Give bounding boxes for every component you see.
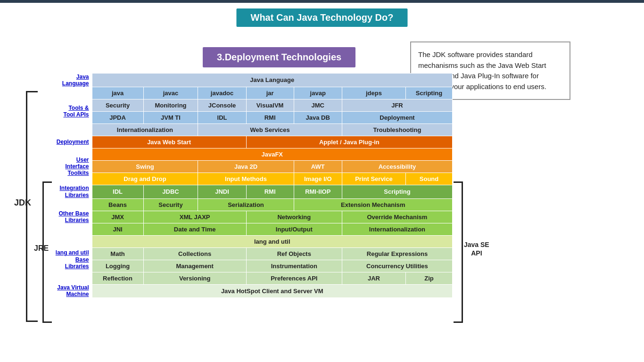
deployment-label: 3.Deployment Technologies [203, 47, 355, 67]
cell-date-time: Date and Time [143, 223, 246, 235]
cell-jmx: JMX [92, 211, 143, 223]
label-integration: IntegrationLibraries [54, 185, 92, 198]
cell-jni: JNI [92, 223, 143, 235]
cell-swing: Swing [92, 160, 198, 173]
main-title: What Can Java Technology Do? [237, 8, 408, 27]
cell-visualvm: VisualVM [246, 99, 294, 111]
cell-jvmti: JVM TI [143, 111, 198, 123]
cell-jvm: Java HotSpot Client and Server VM [92, 284, 453, 298]
top-bar [0, 0, 644, 3]
table-row: Java Language Java Language [54, 74, 453, 87]
label-jvm: Java Virtual Machine [54, 284, 92, 298]
cell-jdbc: JDBC [143, 185, 198, 198]
cell-java: java [92, 87, 143, 99]
cell-override-mechanism: Override Mechanism [342, 211, 452, 223]
cell-javadoc: javadoc [198, 87, 246, 99]
cell-versioning: Versioning [143, 272, 246, 284]
cell-ref-objects: Ref Objects [246, 247, 342, 260]
table-row: Tools &Tool APIs java javac javadoc jar … [54, 87, 453, 99]
table-row: lang and utilBase Libraries lang and uti… [54, 235, 453, 247]
cell-input-output: Input/Output [246, 223, 342, 235]
cell-javac: javac [143, 87, 198, 99]
table-row: Logging Management Instrumentation Concu… [54, 260, 453, 272]
javase-bracket [454, 181, 463, 323]
cell-troubleshooting: Troubleshooting [342, 123, 452, 136]
table-row: Other BaseLibraries Beans Security Seria… [54, 198, 453, 211]
cell-jndi: JNDI [198, 185, 246, 198]
cell-serialization: Serialization [198, 198, 294, 211]
cell-jfr: JFR [342, 99, 452, 111]
table-row: Java Virtual Machine Java HotSpot Client… [54, 284, 453, 298]
cell-rmi-int: RMI [246, 185, 294, 198]
jdk-label: JDK [14, 198, 31, 208]
cell-webservices: Web Services [198, 123, 342, 136]
cell-beans: Beans [92, 198, 143, 211]
table-row: JMX XML JAXP Networking Override Mechani… [54, 211, 453, 223]
label-lang-util: lang and utilBase Libraries [54, 235, 92, 284]
cell-java-web-start: Java Web Start [92, 136, 246, 148]
cell-zip: Zip [406, 272, 453, 284]
cell-java2d: Java 2D [198, 160, 294, 173]
table-row: Reflection Versioning Preferences API JA… [54, 272, 453, 284]
cell-jar: JAR [342, 272, 405, 284]
cell-management: Management [143, 260, 246, 272]
cell-idl-int: IDL [92, 185, 143, 198]
cell-scripting-int: Scripting [342, 185, 452, 198]
cell-javap: javap [294, 87, 342, 99]
cell-jpda: JPDA [92, 111, 143, 123]
cell-internationalization-tools: Internationalization [92, 123, 198, 136]
cell-monitoring: Monitoring [143, 99, 198, 111]
table-row: Swing Java 2D AWT Accessibility [54, 160, 453, 173]
cell-xmljaxp: XML JAXP [143, 211, 246, 223]
label-other-base: Other BaseLibraries [54, 198, 92, 235]
table-row: JNI Date and Time Input/Output Internati… [54, 223, 453, 235]
cell-logging: Logging [92, 260, 143, 272]
jre-label: JRE [34, 244, 49, 253]
cell-print-service: Print Service [342, 173, 405, 185]
cell-extension-mechanism: Extension Mechanism [294, 198, 452, 211]
cell-preferences-api: Preferences API [246, 272, 342, 284]
cell-lang-util-header: lang and util [92, 235, 453, 247]
table-row: Math Collections Ref Objects Regular Exp… [54, 247, 453, 260]
cell-applet: Applet / Java Plug-in [246, 136, 452, 148]
cell-math: Math [92, 247, 143, 260]
cell-jmc: JMC [294, 99, 342, 111]
cell-scripting-tools: Scripting [406, 87, 453, 99]
table-row: Internationalization Web Services Troubl… [54, 123, 453, 136]
table-row: IntegrationLibraries IDL JDBC JNDI RMI R… [54, 185, 453, 198]
cell-networking: Networking [246, 211, 342, 223]
table-row: Deployment Java Web Start Applet / Java … [54, 136, 453, 148]
cell-idl-tools: IDL [198, 111, 246, 123]
java-architecture-table: Java Language Java Language Tools &Tool … [54, 73, 453, 298]
cell-accessibility: Accessibility [342, 160, 452, 173]
cell-rmi-tools: RMI [246, 111, 294, 123]
deployment-label-text: 3.Deployment Technologies [217, 52, 341, 62]
cell-collections: Collections [143, 247, 246, 260]
cell-jar: jar [246, 87, 294, 99]
label-java-language: Java Language [54, 74, 92, 87]
cell-sound: Sound [406, 173, 453, 185]
cell-security-other: Security [143, 198, 198, 211]
javase-label: Java SEAPI [464, 240, 489, 257]
cell-javafx: JavaFX [92, 148, 453, 160]
cell-internationalization-other: Internationalization [342, 223, 452, 235]
label-ui-toolkits: User InterfaceToolkits [54, 148, 92, 185]
title-text: What Can Java Technology Do? [251, 12, 394, 23]
java-language-header: Java Language [92, 74, 453, 87]
cell-rmi-iiop: RMI-IIOP [294, 185, 342, 198]
cell-concurrency-utilities: Concurrency Utilities [342, 260, 452, 272]
label-tools: Tools &Tool APIs [54, 87, 92, 136]
label-deployment: Deployment [54, 136, 92, 148]
diagram-table: Java Language Java Language Tools &Tool … [54, 73, 453, 298]
cell-drag-drop: Drag and Drop [92, 173, 198, 185]
cell-regular-expressions: Regular Expressions [342, 247, 452, 260]
cell-instrumentation: Instrumentation [246, 260, 342, 272]
cell-reflection: Reflection [92, 272, 143, 284]
table-row: JPDA JVM TI IDL RMI Java DB Deployment [54, 111, 453, 123]
table-row: User InterfaceToolkits JavaFX [54, 148, 453, 160]
table-row: Drag and Drop Input Methods Image I/O Pr… [54, 173, 453, 185]
cell-security-tools: Security [92, 99, 143, 111]
cell-awt: AWT [294, 160, 342, 173]
cell-jdeps: jdeps [342, 87, 405, 99]
cell-deployment-tools: Deployment [342, 111, 452, 123]
